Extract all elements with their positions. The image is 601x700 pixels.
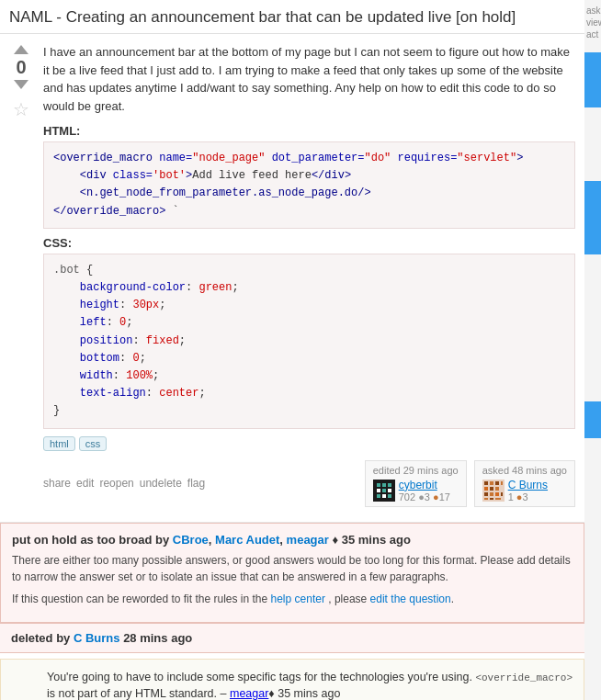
asked-user-stats: 1 ●3	[508, 491, 528, 502]
body2-suffix: , please	[328, 593, 367, 605]
cyberbit-avatar-img	[373, 480, 395, 502]
body2-end: .	[451, 593, 454, 605]
sidebar-view: view	[586, 17, 599, 28]
upvote-button[interactable]	[14, 45, 28, 54]
on-hold-body1: There are either too many possible answe…	[12, 552, 573, 585]
svg-rect-8	[382, 494, 386, 498]
svg-rect-20	[495, 492, 499, 496]
on-hold-notice: put on hold as too broad by CBroe, Marc …	[0, 523, 584, 623]
sidebar-act: act	[586, 29, 599, 40]
asked-meta-box: asked 48 mins ago	[474, 460, 575, 507]
svg-rect-6	[388, 489, 391, 492]
svg-rect-9	[388, 494, 391, 498]
flag-link[interactable]: flag	[187, 477, 205, 490]
deleted-time: 28 mins ago	[123, 631, 192, 645]
question-body: I have an announcement bar at the bottom…	[38, 43, 575, 512]
css-code-block: .bot { background-color: green; height: …	[43, 254, 575, 429]
edited-action-text: edited 29 mins ago	[373, 465, 459, 476]
asked-user-details: C Burns 1 ●3	[508, 479, 548, 502]
marc-audet-link[interactable]: Marc Audet	[215, 533, 279, 547]
on-hold-conjunction: as too broad by	[80, 533, 172, 547]
svg-rect-13	[495, 481, 499, 485]
on-hold-prefix: put on hold	[12, 533, 77, 547]
reopen-link[interactable]: reopen	[99, 477, 133, 490]
answer-user-link[interactable]: meagar	[230, 687, 268, 700]
meagar-link[interactable]: meagar	[287, 533, 329, 547]
meta-boxes: edited 29 mins ago	[365, 460, 575, 507]
svg-rect-24	[495, 498, 501, 500]
svg-rect-15	[484, 487, 488, 491]
cbroe-link[interactable]: CBroe	[173, 533, 209, 547]
svg-rect-23	[490, 498, 493, 500]
undelete-link[interactable]: undelete	[140, 477, 182, 490]
asked-action-text: asked 48 mins ago	[482, 465, 567, 476]
tag-css[interactable]: css	[79, 436, 108, 451]
sidebar-accent-bar-1	[584, 52, 601, 107]
svg-rect-4	[377, 489, 380, 492]
favorite-star[interactable]: ☆	[13, 98, 29, 120]
svg-rect-12	[490, 481, 493, 485]
help-center-link[interactable]: help center	[271, 593, 325, 605]
sidebar-accent-bar-3	[584, 401, 601, 438]
svg-rect-2	[382, 483, 386, 487]
deleted-prefix: deleted	[11, 631, 53, 645]
edit-link[interactable]: edit	[76, 477, 94, 490]
share-link[interactable]: share	[43, 477, 71, 490]
answer-section: You're going to have to include some spe…	[0, 659, 584, 700]
tag-html[interactable]: html	[43, 436, 75, 451]
answer-text1: You're going to have to include some spe…	[47, 671, 475, 683]
action-links: share edit reopen undelete flag	[43, 477, 205, 490]
on-hold-diamond: ♦	[332, 533, 338, 547]
edited-user-info: cyberbit 702 ●3 ●17	[373, 479, 459, 502]
svg-rect-18	[484, 492, 488, 496]
css-label: CSS:	[43, 236, 575, 250]
svg-rect-17	[495, 487, 499, 491]
svg-rect-22	[484, 498, 488, 500]
svg-rect-14	[501, 481, 503, 485]
answer-em-dash: –	[221, 687, 227, 700]
sidebar-ask: ask	[586, 6, 599, 16]
deleted-notice: deleted by C Burns 28 mins ago	[0, 623, 584, 653]
on-hold-title: put on hold as too broad by CBroe, Marc …	[12, 533, 573, 547]
vote-column: 0 ☆	[5, 43, 38, 512]
edited-user-stats: 702 ●3 ●17	[399, 491, 450, 502]
answer-text: You're going to have to include some spe…	[10, 669, 574, 700]
cburns-avatar-img	[482, 480, 505, 502]
edit-question-link[interactable]: edit the question	[370, 593, 451, 605]
edited-user-details: cyberbit 702 ●3 ●17	[399, 479, 450, 502]
edited-username[interactable]: cyberbit	[399, 479, 450, 491]
svg-rect-19	[490, 492, 493, 496]
svg-rect-16	[490, 487, 493, 491]
deleted-by: by	[56, 631, 74, 645]
html-code-block: <override_macro name="node_page" dot_par…	[43, 141, 575, 229]
svg-rect-1	[377, 483, 380, 487]
right-sidebar: ask view act	[584, 0, 601, 700]
answer-time: 35 mins ago	[278, 687, 340, 700]
vote-count: 0	[16, 58, 26, 76]
asked-username[interactable]: C Burns	[508, 479, 548, 491]
asked-user-info: C Burns 1 ●3	[482, 479, 567, 502]
downvote-button[interactable]	[14, 80, 28, 89]
svg-rect-7	[377, 494, 380, 498]
action-bar: share edit reopen undelete flag edited 2…	[43, 457, 575, 513]
question-area: 0 ☆ I have an announcement bar at the bo…	[0, 34, 584, 522]
deleted-user-link[interactable]: C Burns	[74, 631, 120, 645]
tags-row: html css	[43, 436, 575, 451]
on-hold-body2: If this question can be reworded to fit …	[12, 591, 573, 607]
svg-rect-21	[501, 492, 503, 496]
sidebar-accent-bar-2	[584, 181, 601, 254]
edited-user-avatar	[373, 480, 395, 502]
answer-code: <override_macro>	[475, 672, 573, 683]
html-label: HTML:	[43, 124, 575, 138]
question-text: I have an announcement bar at the bottom…	[43, 43, 575, 115]
svg-rect-11	[484, 481, 488, 485]
answer-text2: is not part of any HTML standard.	[47, 687, 217, 700]
body2-prefix: If this question can be reworded to fit …	[12, 593, 267, 605]
on-hold-time: 35 mins ago	[342, 533, 411, 547]
answer-diamond: ♦	[268, 687, 274, 700]
svg-rect-3	[388, 483, 391, 487]
edited-meta-box: edited 29 mins ago	[365, 460, 467, 507]
svg-rect-5	[382, 489, 386, 492]
page-title: NAML - Creating an announcement bar that…	[0, 0, 584, 34]
